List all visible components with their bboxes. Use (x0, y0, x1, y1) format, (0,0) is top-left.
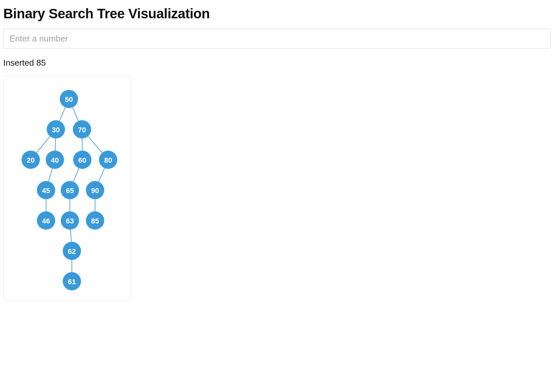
tree-node: 63 (61, 211, 79, 230)
tree-node-label: 45 (42, 187, 50, 195)
tree-node-label: 80 (104, 156, 112, 164)
tree-edge (59, 107, 65, 121)
tree-node-label: 40 (51, 156, 59, 164)
tree-node-label: 65 (66, 187, 74, 195)
tree-edge (55, 139, 56, 151)
tree-node-label: 30 (52, 126, 60, 134)
tree-edge (73, 168, 79, 182)
tree-node: 50 (60, 90, 78, 108)
tree-edge (99, 168, 105, 182)
tree-node-label: 50 (65, 95, 73, 104)
tree-node-label: 85 (91, 217, 99, 225)
tree-node: 30 (47, 120, 65, 139)
tree-node: 61 (63, 272, 81, 290)
tree-node-label: 70 (78, 126, 86, 134)
tree-node-label: 46 (42, 217, 50, 225)
tree-node: 65 (61, 181, 79, 199)
tree-node: 80 (99, 151, 117, 169)
bst-diagram: 503070204060804565904663856261 (10, 83, 124, 298)
number-input[interactable] (3, 29, 551, 49)
tree-node-label: 20 (27, 156, 35, 164)
tree-node: 46 (37, 211, 55, 230)
tree-node: 40 (46, 151, 64, 169)
tree-node: 90 (86, 181, 104, 199)
tree-edge (71, 230, 71, 242)
tree-node-label: 90 (91, 187, 99, 195)
status-text: Inserted 85 (3, 58, 551, 68)
page-title: Binary Search Tree Visualization (3, 6, 551, 22)
tree-edge (73, 107, 78, 121)
tree-node-label: 63 (66, 217, 74, 225)
tree-node-label: 60 (78, 156, 86, 164)
tree-node-label: 61 (68, 278, 76, 286)
tree-edge (37, 137, 50, 153)
tree-node: 60 (73, 151, 91, 169)
tree-node-label: 62 (68, 247, 76, 255)
tree-node: 45 (37, 181, 55, 199)
tree-node: 70 (73, 120, 91, 139)
tree-edge (88, 136, 102, 153)
tree-node: 85 (86, 211, 104, 230)
tree-node: 20 (22, 151, 40, 169)
tree-panel: 503070204060804565904663856261 (3, 76, 131, 301)
tree-edge (49, 169, 52, 181)
tree-node: 62 (63, 242, 81, 260)
